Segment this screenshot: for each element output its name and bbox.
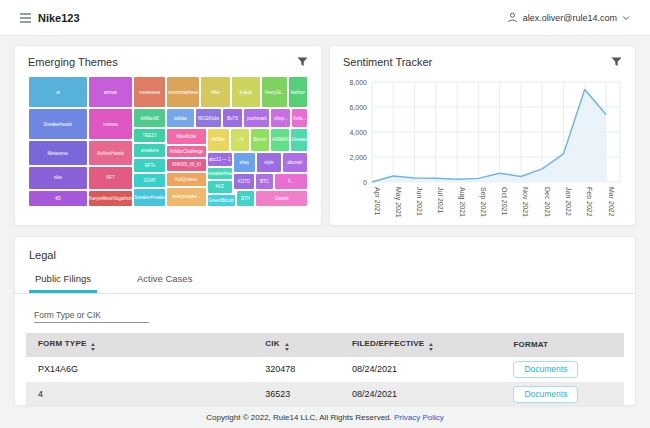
chevron-down-icon	[622, 15, 630, 21]
column-header-filed-effective[interactable]: Filed/Effective	[340, 333, 501, 357]
filter-icon[interactable]	[611, 57, 622, 67]
treemap-tile[interactable]: Metaverse	[28, 140, 88, 165]
treemap-tile[interactable]: YeezySl...	[261, 76, 288, 108]
treemap-tile[interactable]: NFTs	[133, 158, 166, 173]
treemap-tile[interactable]: fashion	[288, 76, 308, 108]
treemap-tile[interactable]: YEEZY	[133, 128, 166, 142]
svg-text:2,000: 2,000	[349, 154, 367, 161]
menu-icon[interactable]	[20, 13, 31, 23]
treemap-tile-label: NICEKicks	[198, 116, 220, 121]
cell-cik: 320478	[253, 357, 340, 382]
treemap-tile[interactable]: HotQuakes	[166, 172, 207, 187]
treemap-tile[interactable]: NikeKicks	[166, 128, 207, 144]
treemap-tile[interactable]: ebay	[233, 152, 256, 173]
treemap-tile[interactable]: sneakers	[133, 143, 166, 158]
treemap-tile[interactable]: AKZ	[207, 180, 233, 194]
tab-public-filings[interactable]: Public Filings	[29, 269, 97, 293]
treemap-tile-label: 二手	[235, 137, 244, 142]
user-icon	[507, 12, 518, 23]
treemap-tile-label: GreenBitcoin	[208, 198, 234, 203]
sort-icon[interactable]	[285, 343, 289, 351]
treemap-tile[interactable]: metaverse	[133, 76, 166, 108]
treemap-tile[interactable]: nike	[28, 166, 88, 190]
treemap-tile-label: ETH	[241, 196, 250, 201]
treemap-tile[interactable]: ai	[28, 76, 88, 108]
legal-tabs: Public Filings Active Cases	[15, 269, 635, 294]
treemap-tile-label: Bitcoin	[253, 137, 267, 142]
treemap-tile-label: ebay	[239, 160, 249, 165]
treemap-tile[interactable]: Giveaway	[290, 128, 308, 151]
treemap-tile[interactable]: Nike	[200, 76, 231, 108]
treemap-tile-label: Giveaway	[291, 137, 307, 142]
svg-text:Jul 2021: Jul 2021	[437, 187, 444, 214]
treemap-tile-label: NikeKicks	[176, 134, 196, 139]
treemap-tile[interactable]: BTC	[255, 173, 273, 190]
treemap-tile[interactable]: F...	[274, 173, 308, 190]
filings-table: Form Type CIK Filed/Effective Format PX1…	[26, 333, 624, 406]
sort-icon[interactable]	[429, 343, 433, 351]
treemap-tile[interactable]: sneakerhead	[207, 167, 233, 180]
treemap-tile[interactable]: airmax	[88, 76, 133, 108]
legal-title: Legal	[15, 237, 635, 269]
documents-button[interactable]: Documents	[513, 361, 578, 378]
documents-button[interactable]: Documents	[513, 386, 578, 403]
treemap-tile[interactable]: NoNunHands	[88, 140, 133, 165]
cell-form-type: PX14A6G	[26, 357, 253, 382]
treemap-tile-label: sneakers	[141, 148, 159, 153]
treemap-tile[interactable]: adidas	[166, 108, 195, 128]
cell-format: Documents	[501, 382, 624, 407]
treemap-tile[interactable]: GOAT	[133, 173, 166, 188]
treemap-tile[interactable]: AirMax90	[133, 108, 166, 128]
treemap-tile[interactable]: yeezymaster...	[166, 187, 207, 207]
treemap-tile[interactable]: abc12 — 1	[207, 152, 233, 167]
treemap-tile[interactable]: KanyeWestVlogathon	[88, 190, 133, 207]
treemap-tile[interactable]: Bitcoin	[250, 128, 270, 151]
treemap-tile[interactable]: NICEKicks	[195, 108, 222, 128]
treemap-tile[interactable]: BoTS	[222, 108, 243, 128]
form-type-cik-input[interactable]	[34, 308, 149, 323]
table-body: PX14A6G32047808/24/2021Documents43652308…	[26, 357, 624, 407]
treemap-tile-label: KanyeWestVlogathon	[89, 196, 132, 201]
svg-text:Oct 2021: Oct 2021	[501, 187, 508, 216]
tab-active-cases[interactable]: Active Cases	[131, 269, 198, 293]
treemap-tile[interactable]: ETH	[236, 190, 255, 207]
treemap-tile-label: metaverse	[139, 90, 160, 95]
treemap-tile-label: SneakerFreakerFam	[134, 195, 165, 200]
treemap-tile[interactable]: poshmark	[243, 108, 270, 128]
privacy-policy-link[interactable]: Privacy Policy	[394, 413, 444, 422]
column-header-form-type[interactable]: Form Type	[26, 333, 253, 357]
treemap-tile-label: ai	[56, 90, 60, 95]
treemap-tile[interactable]: 운동화	[231, 76, 261, 108]
treemap-tile[interactable]: AirMax	[207, 128, 230, 151]
treemap-tile[interactable]: AIRMAX	[270, 128, 290, 151]
treemap-tile[interactable]: abonart	[282, 152, 308, 173]
cell-form-type: 4	[26, 382, 253, 407]
treemap-tile-label: F...	[288, 179, 294, 184]
treemap-tile[interactable]: style	[256, 152, 282, 173]
treemap-tile[interactable]: GreenBitcoin	[207, 194, 236, 207]
treemap-tile[interactable]: KOTD	[233, 173, 256, 190]
user-menu[interactable]: alex.oliver@rule14.com	[507, 12, 630, 23]
column-header-format: Format	[501, 333, 624, 357]
svg-text:Nov 2021: Nov 2021	[522, 187, 529, 217]
treemap-tile[interactable]: Kela...	[291, 108, 308, 128]
treemap-tile[interactable]: SneakerFreakerFam	[133, 188, 166, 207]
treemap-tile-label: poshmark	[247, 116, 267, 121]
treemap-tile-label: Kela...	[293, 116, 306, 121]
treemap-tile[interactable]: SNKRS_NI_KI	[166, 158, 207, 172]
filter-icon[interactable]	[297, 57, 308, 67]
treemap-tile[interactable]: memes	[88, 108, 133, 140]
svg-text:6,000: 6,000	[349, 104, 367, 111]
column-header-cik[interactable]: CIK	[253, 333, 340, 357]
treemap-tile[interactable]: AirMaxChallenge	[166, 145, 207, 158]
cell-filed-effective: 08/24/2021	[340, 382, 501, 407]
treemap-tile[interactable]: NFT	[88, 166, 133, 190]
treemap-tile[interactable]: merchmadness	[166, 76, 200, 108]
treemap-tile[interactable]: shop...	[270, 108, 291, 128]
treemap-tile[interactable]: Sneakerheads	[28, 108, 88, 140]
treemap-tile[interactable]: Gastek	[255, 190, 308, 207]
treemap-tile-label: fashion	[291, 90, 306, 95]
treemap-tile[interactable]: 二手	[230, 128, 250, 151]
sort-icon[interactable]	[91, 343, 95, 351]
treemap-tile[interactable]: 4D	[28, 190, 88, 207]
